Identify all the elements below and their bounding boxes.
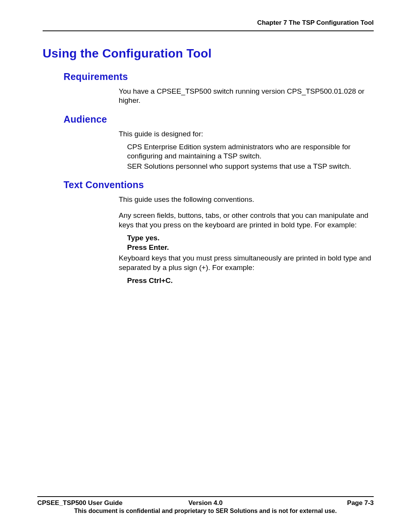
running-header: Chapter 7 The TSP Configuration Tool — [43, 19, 374, 27]
section-audience-heading: Audience — [64, 114, 374, 125]
footer-right: Page 7-3 — [261, 499, 374, 507]
section-requirements-body: You have a CPSEE_TSP500 switch running v… — [119, 87, 374, 105]
page-title: Using the Configuration Tool — [43, 46, 374, 61]
footer-center: Version 4.0 — [150, 499, 262, 507]
list-item: CPS Enterprise Edition system administra… — [127, 142, 374, 161]
example-line: Press Enter. — [127, 243, 374, 252]
example-block: Type yes. Press Enter. — [127, 233, 374, 252]
list-item: SER Solutions personnel who support syst… — [127, 162, 374, 171]
audience-intro: This guide is designed for: — [119, 129, 374, 139]
section-audience-body: This guide is designed for: CPS Enterpri… — [119, 129, 374, 171]
section-text-conventions-body: This guide uses the following convention… — [119, 195, 374, 286]
text-conventions-p2: Keyboard keys that you must press simult… — [119, 254, 374, 272]
page-footer: CPSEE_TSP500 User Guide Version 4.0 Page… — [37, 496, 374, 514]
footer-rule — [37, 496, 374, 497]
section-text-conventions-heading: Text Conventions — [64, 179, 374, 190]
document-page: Chapter 7 The TSP Configuration Tool Usi… — [0, 0, 411, 532]
text-conventions-intro: This guide uses the following convention… — [119, 195, 374, 204]
header-rule — [43, 30, 374, 31]
footer-left: CPSEE_TSP500 User Guide — [37, 499, 150, 507]
footer-note: This document is confidential and propri… — [37, 508, 374, 514]
example-line: Type yes. — [127, 233, 374, 243]
text-conventions-p1: Any screen fields, buttons, tabs, or oth… — [119, 211, 374, 230]
example-block: Press Ctrl+C. — [127, 276, 374, 285]
requirements-text: You have a CPSEE_TSP500 switch running v… — [119, 87, 374, 105]
footer-row: CPSEE_TSP500 User Guide Version 4.0 Page… — [37, 499, 374, 507]
audience-list: CPS Enterprise Edition system administra… — [127, 142, 374, 171]
example-line: Press Ctrl+C. — [127, 276, 374, 285]
section-requirements-heading: Requirements — [64, 71, 374, 82]
